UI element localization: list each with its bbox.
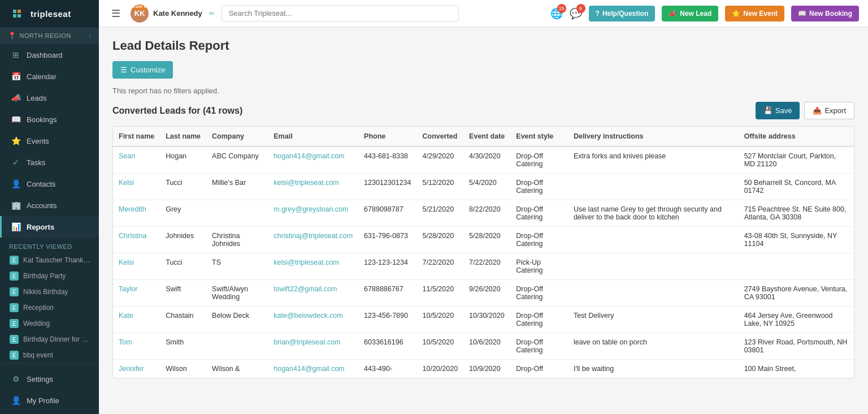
recently-label-4: Wedding xyxy=(23,320,50,327)
cell-delivery xyxy=(568,227,739,253)
cell-event-date: 10/9/2020 xyxy=(463,360,510,378)
table-row: Taylor Swift Swift/Alwyn Wedding tswift2… xyxy=(113,280,854,307)
sidebar-item-label: Leads xyxy=(27,94,46,102)
reports-icon: 📊 xyxy=(11,222,21,231)
customize-button[interactable]: ☰ Customize xyxy=(112,61,173,79)
export-label: Export xyxy=(824,106,846,115)
filter-note: This report has no filters applied. xyxy=(112,87,854,95)
sidebar-nav: ⊞ Dashboard 📅 Calendar 📣 Leads 📖 Booking… xyxy=(0,44,99,363)
cell-first-name[interactable]: Meredith xyxy=(113,200,160,227)
cell-event-date: 9/26/2020 xyxy=(463,280,510,307)
cell-email[interactable]: kelsi@tripleseat.com xyxy=(268,253,358,280)
page-title: Lead Details Report xyxy=(112,38,854,53)
new-booking-label: New Booking xyxy=(809,10,852,18)
sidebar-item-tasks[interactable]: ✓ Tasks xyxy=(0,152,99,173)
settings-icon: ⚙ xyxy=(11,374,21,383)
cell-phone: 6033616196 xyxy=(358,333,416,360)
new-booking-button[interactable]: 📖 New Booking xyxy=(791,6,859,21)
sidebar-item-settings[interactable]: ⚙ Settings xyxy=(0,368,99,390)
sidebar-item-leads[interactable]: 📣 Leads xyxy=(0,87,99,109)
cell-email[interactable]: hogan414@gmail.com xyxy=(268,360,358,378)
sidebar-item-profile[interactable]: 👤 My Profile xyxy=(0,390,99,411)
recently-badge-2: E xyxy=(10,287,19,296)
col-converted: Converted xyxy=(417,127,464,146)
sidebar-item-reports[interactable]: 📊 Reports xyxy=(0,216,99,238)
search-input[interactable] xyxy=(222,5,459,21)
cell-email[interactable]: hogan414@gmail.com xyxy=(268,146,358,174)
table-row: Kate Chastain Below Deck kate@belowdeck.… xyxy=(113,307,854,333)
recently-badge-0: E xyxy=(10,256,19,265)
table-header-row: First name Last name Company Email Phone… xyxy=(113,127,854,146)
region-bar[interactable]: 📍 NORTH REGION ‹ xyxy=(0,27,99,44)
recently-item-1[interactable]: E Birthday Party xyxy=(0,268,99,284)
cell-last-name: Swift xyxy=(160,280,206,307)
content-area: Lead Details Report ☰ Customize This rep… xyxy=(99,27,868,414)
user-edit-icon[interactable]: ✏ xyxy=(209,10,215,18)
recently-item-0[interactable]: E Kat Tauscher Thanksg... xyxy=(0,252,99,268)
help-icon: ? xyxy=(596,10,600,18)
sidebar-bottom: ⚙ Settings 👤 My Profile ↩ Log Out xyxy=(0,363,99,414)
globe-button[interactable]: 🌐 15 xyxy=(550,7,563,20)
cell-email[interactable]: kelsi@tripleseat.com xyxy=(268,174,358,200)
sidebar-item-contacts[interactable]: 👤 Contacts xyxy=(0,173,99,195)
topbar-icons: 🌐 15 💬 6 ? Help/Question 📣 New Lead ⭐ Ne… xyxy=(550,6,859,21)
cell-event-style: Pick-Up Catering xyxy=(510,253,568,280)
help-label: Help/Question xyxy=(602,10,648,18)
cell-first-name[interactable]: Tom xyxy=(113,333,160,360)
new-booking-icon: 📖 xyxy=(798,10,806,18)
sidebar-item-accounts[interactable]: 🏢 Accounts xyxy=(0,195,99,216)
export-button[interactable]: 📤 Export xyxy=(804,102,854,119)
save-icon: 💾 xyxy=(763,106,772,115)
cell-delivery: Test Delivery xyxy=(568,307,739,333)
sidebar-item-logout[interactable]: ↩ Log Out xyxy=(0,411,99,414)
menu-button[interactable]: ☰ xyxy=(108,5,124,22)
col-email: Email xyxy=(268,127,358,146)
bookings-icon: 📖 xyxy=(11,115,21,124)
cell-company xyxy=(206,200,268,227)
cell-event-style: Drop-Off Catering xyxy=(510,146,568,174)
recently-item-6[interactable]: E bbq event xyxy=(0,347,99,363)
cell-email[interactable]: kate@belowdeck.com xyxy=(268,307,358,333)
recently-viewed-label: Recently Viewed xyxy=(0,238,99,252)
cell-event-date: 5/28/2020 xyxy=(463,227,510,253)
sidebar-item-dashboard[interactable]: ⊞ Dashboard xyxy=(0,44,99,66)
table-row: Kelsi Tucci TS kelsi@tripleseat.com 123-… xyxy=(113,253,854,280)
recently-item-5[interactable]: E Birthday Dinner for Ja... xyxy=(0,331,99,347)
user-avatar-wrap[interactable]: Kate Kennedy KK Kate Kennedy ✏ xyxy=(131,5,215,23)
new-event-label: New Event xyxy=(743,10,778,18)
recently-item-4[interactable]: E Wedding xyxy=(0,316,99,331)
cell-first-name[interactable]: Kelsi xyxy=(113,253,160,280)
chat-button[interactable]: 💬 6 xyxy=(570,7,582,20)
recently-item-3[interactable]: E Reception xyxy=(0,300,99,316)
recently-label-6: bbq event xyxy=(23,351,53,359)
cell-phone: 123-456-7890 xyxy=(358,307,416,333)
settings-label: Settings xyxy=(27,375,53,383)
logo-text: tripleseat xyxy=(31,9,71,19)
region-chevron-icon: ‹ xyxy=(89,33,91,39)
cell-offsite: 464 Jersey Ave, Greenwood Lake, NY 10925 xyxy=(739,307,854,333)
cell-email[interactable]: tswift22@gmail.com xyxy=(268,280,358,307)
save-button[interactable]: 💾 Save xyxy=(756,102,800,119)
help-button[interactable]: ? Help/Question xyxy=(589,6,656,21)
recently-item-2[interactable]: E Nikkis Birthday xyxy=(0,284,99,300)
cell-email[interactable]: christinaj@tripleseat.com xyxy=(268,227,358,253)
cell-first-name[interactable]: Kelsi xyxy=(113,174,160,200)
cell-event-style: Drop-Off Catering xyxy=(510,200,568,227)
new-event-button[interactable]: ⭐ New Event xyxy=(725,6,784,21)
export-icon: 📤 xyxy=(813,106,822,115)
profile-icon: 👤 xyxy=(11,396,21,405)
sidebar-item-calendar[interactable]: 📅 Calendar xyxy=(0,66,99,87)
cell-first-name[interactable]: Taylor xyxy=(113,280,160,307)
cell-converted: 7/22/2020 xyxy=(417,253,464,280)
cell-first-name[interactable]: Jennifer xyxy=(113,360,160,378)
cell-email[interactable]: m.grey@greysloan.com xyxy=(268,200,358,227)
cell-first-name[interactable]: Sean xyxy=(113,146,160,174)
cell-first-name[interactable]: Kate xyxy=(113,307,160,333)
table-row: Kelsi Tucci Millie's Bar kelsi@triplesea… xyxy=(113,174,854,200)
sidebar-item-events[interactable]: ⭐ Events xyxy=(0,130,99,152)
cell-event-style: Drop-Off Catering xyxy=(510,307,568,333)
sidebar-item-bookings[interactable]: 📖 Bookings xyxy=(0,109,99,130)
cell-email[interactable]: brian@tripleseat.com xyxy=(268,333,358,360)
cell-first-name[interactable]: Christina xyxy=(113,227,160,253)
new-lead-button[interactable]: 📣 New Lead xyxy=(662,6,718,21)
